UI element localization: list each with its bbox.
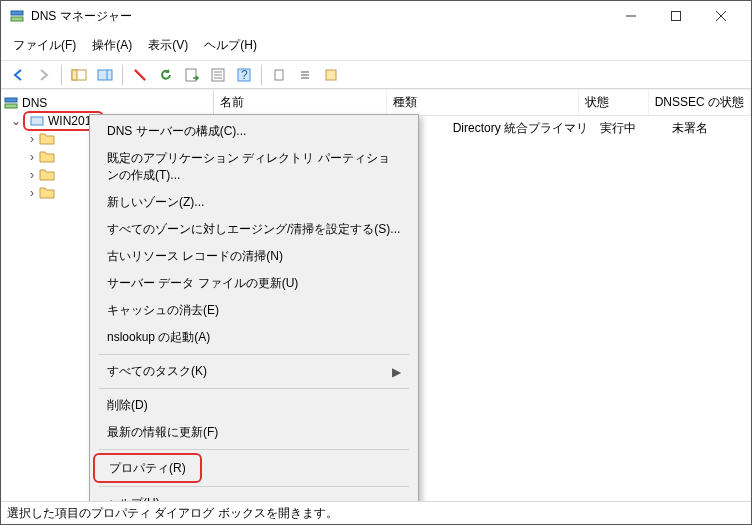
- dns-root-icon: [3, 95, 19, 111]
- window-title: DNS マネージャー: [31, 8, 608, 25]
- submenu-arrow-icon: ▶: [392, 365, 401, 379]
- menu-update-server-data[interactable]: サーバー データ ファイルの更新(U): [93, 270, 415, 297]
- expander-icon[interactable]: ›: [25, 168, 39, 182]
- tree-root-dns[interactable]: DNS: [3, 94, 211, 112]
- col-status[interactable]: 状態: [579, 90, 649, 115]
- show-hide-console-tree-button[interactable]: [68, 64, 90, 86]
- toolbar: ?: [1, 61, 751, 89]
- list-button[interactable]: [294, 64, 316, 86]
- menubar: ファイル(F) 操作(A) 表示(V) ヘルプ(H): [1, 31, 751, 60]
- refresh-button[interactable]: [155, 64, 177, 86]
- folder-icon: [39, 131, 55, 147]
- col-dnssec[interactable]: DNSSEC の状態: [649, 90, 751, 115]
- tree-root-label: DNS: [22, 96, 47, 110]
- menu-all-tasks[interactable]: すべてのタスク(K)▶: [93, 358, 415, 385]
- close-button[interactable]: [698, 1, 743, 31]
- menu-create-app-dir-partition[interactable]: 既定のアプリケーション ディレクトリ パーティションの作成(T)...: [93, 145, 415, 189]
- svg-rect-8: [98, 70, 112, 80]
- menu-separator: [99, 354, 409, 355]
- menu-help[interactable]: ヘルプ(H): [196, 33, 265, 58]
- filter-button[interactable]: [268, 64, 290, 86]
- folder-icon: [39, 149, 55, 165]
- svg-rect-1: [11, 17, 23, 21]
- svg-rect-3: [671, 12, 680, 21]
- statusbar: 選択した項目のプロパティ ダイアログ ボックスを開きます。: [1, 501, 751, 524]
- menu-launch-nslookup[interactable]: nslookup の起動(A): [93, 324, 415, 351]
- menu-properties[interactable]: プロパティ(R): [93, 453, 202, 483]
- svg-rect-0: [11, 11, 23, 15]
- svg-line-11: [135, 70, 145, 80]
- col-name[interactable]: 名前: [214, 90, 387, 115]
- context-menu: DNS サーバーの構成(C)... 既定のアプリケーション ディレクトリ パーテ…: [89, 114, 419, 521]
- forward-button[interactable]: [33, 64, 55, 86]
- details-button[interactable]: [320, 64, 342, 86]
- cell-type: Directory 統合プライマリ: [394, 118, 594, 139]
- cell-status: 実行中: [594, 118, 666, 139]
- folder-icon: [39, 185, 55, 201]
- menu-clear-cache[interactable]: キャッシュの消去(E): [93, 297, 415, 324]
- expander-open-icon[interactable]: ⌄: [9, 114, 23, 128]
- expander-icon[interactable]: ›: [25, 150, 39, 164]
- menu-separator: [99, 449, 409, 450]
- app-icon: [9, 8, 25, 24]
- svg-rect-23: [326, 70, 336, 80]
- menu-delete[interactable]: 削除(D): [93, 392, 415, 419]
- help-button[interactable]: ?: [233, 64, 255, 86]
- svg-rect-26: [31, 117, 43, 125]
- delete-button[interactable]: [129, 64, 151, 86]
- cell-dnssec: 未署名: [666, 118, 751, 139]
- menu-view[interactable]: 表示(V): [140, 33, 196, 58]
- minimize-button[interactable]: [608, 1, 653, 31]
- svg-rect-24: [5, 98, 17, 102]
- show-hide-action-pane-button[interactable]: [94, 64, 116, 86]
- titlebar: DNS マネージャー: [1, 1, 751, 31]
- svg-rect-25: [5, 104, 17, 108]
- list-header: 名前 種類 状態 DNSSEC の状態: [214, 90, 751, 116]
- properties-button[interactable]: [207, 64, 229, 86]
- menu-all-tasks-label: すべてのタスク(K): [107, 363, 207, 380]
- svg-rect-19: [275, 70, 283, 80]
- statusbar-text: 選択した項目のプロパティ ダイアログ ボックスを開きます。: [7, 506, 338, 520]
- svg-rect-12: [186, 69, 196, 81]
- export-list-button[interactable]: [181, 64, 203, 86]
- svg-text:?: ?: [241, 68, 248, 82]
- maximize-button[interactable]: [653, 1, 698, 31]
- menu-scavenge-records[interactable]: 古いリソース レコードの清掃(N): [93, 243, 415, 270]
- menu-separator: [99, 388, 409, 389]
- server-icon: [29, 113, 45, 129]
- expander-icon[interactable]: ›: [25, 132, 39, 146]
- folder-icon: [39, 167, 55, 183]
- menu-configure-dns[interactable]: DNS サーバーの構成(C)...: [93, 118, 415, 145]
- menu-refresh[interactable]: 最新の情報に更新(F): [93, 419, 415, 446]
- col-type[interactable]: 種類: [387, 90, 579, 115]
- menu-file[interactable]: ファイル(F): [5, 33, 84, 58]
- menu-action[interactable]: 操作(A): [84, 33, 140, 58]
- back-button[interactable]: [7, 64, 29, 86]
- menu-new-zone[interactable]: 新しいゾーン(Z)...: [93, 189, 415, 216]
- menu-separator: [99, 486, 409, 487]
- menu-set-aging[interactable]: すべてのゾーンに対しエージング/清掃を設定する(S)...: [93, 216, 415, 243]
- svg-rect-7: [72, 70, 77, 80]
- expander-icon[interactable]: ›: [25, 186, 39, 200]
